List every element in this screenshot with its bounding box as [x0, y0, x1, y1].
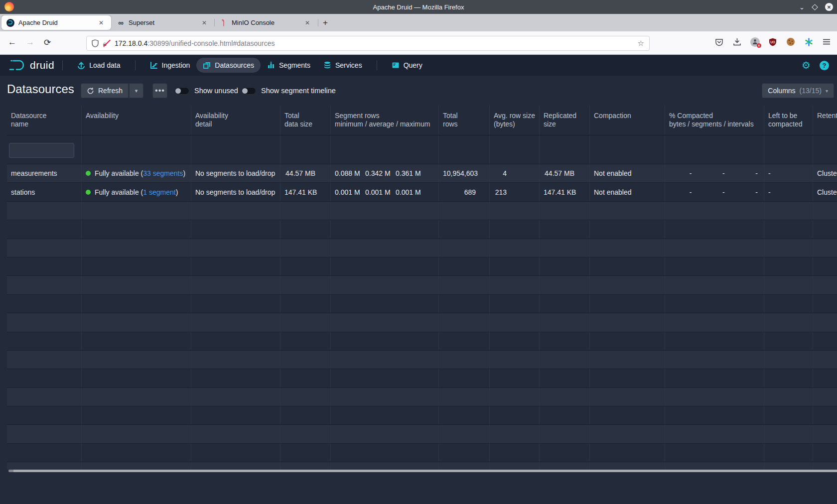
tab-apache-druid[interactable]: Apache Druid ✕: [1, 15, 111, 30]
pct-compacted-cell: ---: [665, 164, 764, 182]
refresh-label: Refresh: [98, 87, 123, 95]
column-header[interactable]: Left to becompacted: [764, 106, 813, 135]
table-empty-row: [7, 295, 837, 313]
availability-detail-cell: No segments to load/drop: [191, 183, 280, 201]
refresh-button-group: Refresh ▾: [81, 83, 143, 98]
maximize-icon[interactable]: [812, 4, 818, 10]
new-tab-button[interactable]: +: [323, 18, 328, 28]
tab-bar: Apache Druid ✕ ∞ Superset ✕ MinIO Consol…: [0, 14, 837, 31]
table-empty-row: [7, 369, 837, 387]
close-icon[interactable]: ✕: [825, 3, 833, 11]
segments-link[interactable]: 33 segments: [143, 169, 183, 177]
bookmark-star-icon[interactable]: ☆: [638, 39, 644, 48]
minio-favicon-icon: [220, 19, 228, 27]
toolbar-extensions: ✕ UO: [713, 36, 832, 47]
show-unused-toggle[interactable]: [174, 87, 189, 95]
nav-item-label: Load data: [89, 61, 120, 69]
segments-icon: [267, 61, 275, 69]
table-empty-rows: [7, 202, 837, 470]
reload-button[interactable]: ⟳: [44, 37, 51, 48]
column-header[interactable]: Availability: [82, 106, 191, 135]
nav-item-query[interactable]: Query: [385, 58, 429, 73]
back-button[interactable]: ←: [8, 37, 16, 47]
refresh-button[interactable]: Refresh: [81, 83, 129, 98]
column-header[interactable]: Segment rowsminimum / average / maximum: [331, 106, 439, 135]
url-host: 172.18.0.4: [115, 39, 147, 47]
table-empty-row: [7, 239, 837, 257]
nav-item-segments[interactable]: Segments: [261, 58, 317, 73]
shield-icon[interactable]: [92, 39, 99, 47]
table-row[interactable]: stations Fully available (1 segment) No …: [7, 183, 837, 201]
datasources-icon: [203, 61, 211, 69]
nav-item-ingestion[interactable]: Ingestion: [143, 58, 197, 73]
services-icon: [323, 61, 331, 69]
more-actions-button[interactable]: •••: [152, 83, 167, 98]
show-segment-timeline-toggle[interactable]: [241, 87, 256, 95]
column-header[interactable]: Totaldata size: [280, 106, 331, 135]
insecure-lock-icon[interactable]: 🔒︎: [103, 39, 110, 47]
ublock-origin-icon[interactable]: UO: [767, 36, 778, 47]
replicated-size-cell: 44.57 MB: [540, 164, 590, 182]
replicated-size-cell: 147.41 KB: [540, 183, 590, 201]
table-empty-row: [7, 425, 837, 443]
tab-superset[interactable]: ∞ Superset ✕: [112, 15, 214, 30]
nav-item-datasources[interactable]: Datasources: [196, 58, 261, 73]
nav-item-label: Query: [404, 61, 422, 69]
downloads-icon[interactable]: [731, 36, 742, 47]
scrollbar-thumb[interactable]: [13, 470, 837, 472]
column-header[interactable]: Compaction: [590, 106, 665, 135]
segment-rows-cell: 0.088 M0.342 M0.361 M: [331, 164, 439, 182]
segments-link[interactable]: 1 segment: [143, 188, 175, 196]
datasource-name-filter-input[interactable]: [9, 143, 74, 158]
spark-extension-icon[interactable]: [803, 36, 814, 47]
nav-item-label: Datasources: [215, 61, 254, 69]
column-header[interactable]: Avg. row size(bytes): [490, 106, 540, 135]
table-empty-row: [7, 406, 837, 425]
show-unused-label: Show unused: [194, 87, 238, 95]
tab-close-icon[interactable]: ✕: [96, 19, 106, 26]
horizontal-scrollbar[interactable]: [8, 470, 837, 472]
url-path: :30899/unified-console.html#datasources: [147, 39, 275, 47]
columns-button[interactable]: Columns (13/15) ▾: [762, 83, 834, 98]
nav-divider: [62, 60, 63, 70]
column-header[interactable]: Datasourcename: [7, 106, 82, 135]
tab-label: MinIO Console: [232, 19, 298, 26]
tab-close-icon[interactable]: ✕: [302, 19, 312, 26]
total-data-size-cell: 147.41 KB: [280, 183, 331, 201]
druid-navbar: druid Load data Ingestion Datasources: [0, 55, 837, 76]
column-header[interactable]: Replicatedsize: [540, 106, 590, 135]
column-header[interactable]: % Compactedbytes / segments / intervals: [665, 106, 764, 135]
druid-logo[interactable]: druid: [9, 59, 54, 72]
extension-avatar-icon[interactable]: ✕: [749, 36, 760, 47]
refresh-icon: [87, 87, 94, 95]
table-empty-row: [7, 462, 837, 470]
minimize-icon[interactable]: ⌄: [799, 4, 805, 10]
pocket-icon[interactable]: [713, 36, 724, 47]
table-empty-row: [7, 351, 837, 369]
page-title: Datasources: [7, 82, 74, 96]
column-header[interactable]: Retention: [813, 106, 837, 135]
nav-item-label: Ingestion: [162, 61, 190, 69]
tab-minio[interactable]: MinIO Console ✕: [215, 15, 317, 30]
total-rows-cell: 689: [439, 183, 490, 201]
forward-button: →: [26, 37, 34, 47]
url-bar[interactable]: 🔒︎ 172.18.0.4:30899/unified-console.html…: [86, 36, 650, 51]
left-to-compact-cell: -: [764, 183, 813, 201]
column-header[interactable]: Availabilitydetail: [191, 106, 280, 135]
total-rows-cell: 10,954,603: [439, 164, 490, 182]
nav-item-load-data[interactable]: Load data: [71, 58, 127, 73]
help-icon[interactable]: ?: [820, 61, 829, 70]
settings-gear-icon[interactable]: ⚙: [802, 60, 811, 70]
table-empty-row: [7, 257, 837, 276]
menu-hamburger-icon[interactable]: [821, 36, 832, 47]
table-row[interactable]: measurements Fully available (33 segment…: [7, 164, 837, 183]
table-empty-row: [7, 444, 837, 462]
chevron-down-icon: ▾: [826, 88, 828, 94]
refresh-dropdown-button[interactable]: ▾: [129, 83, 143, 98]
pct-compacted-cell: ---: [665, 183, 764, 201]
tab-close-icon[interactable]: ✕: [199, 19, 209, 26]
nav-item-services[interactable]: Services: [317, 58, 369, 73]
datasource-name-cell: stations: [7, 183, 82, 201]
column-header[interactable]: Totalrows: [439, 106, 490, 135]
cookie-icon[interactable]: [785, 36, 796, 47]
